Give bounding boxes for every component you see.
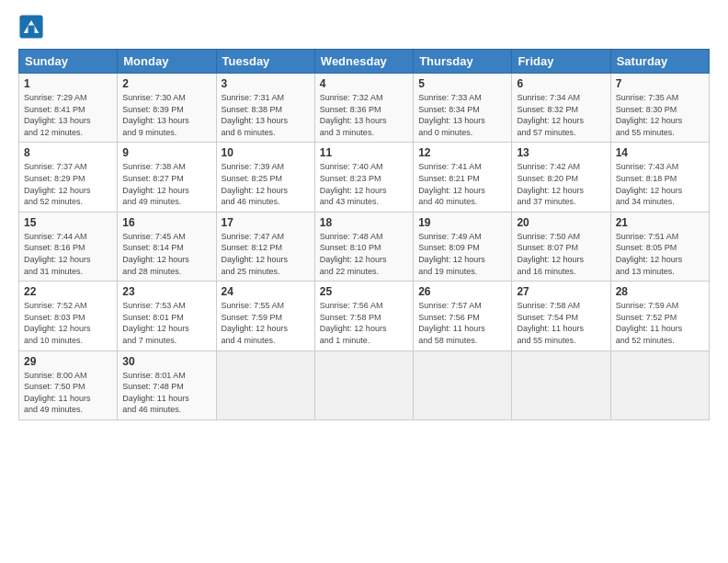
- day-number: 17: [222, 216, 310, 229]
- day-info: Sunrise: 7:44 AM Sunset: 8:16 PM Dayligh…: [24, 231, 112, 277]
- calendar-week-5: 29Sunrise: 8:00 AM Sunset: 7:50 PM Dayli…: [19, 350, 710, 419]
- calendar-cell: 26Sunrise: 7:57 AM Sunset: 7:56 PM Dayli…: [414, 282, 512, 350]
- day-number: 16: [122, 216, 210, 229]
- header-cell-monday: Monday: [118, 50, 216, 74]
- logo: [18, 14, 46, 40]
- calendar-cell: 21Sunrise: 7:51 AM Sunset: 8:05 PM Dayli…: [610, 212, 709, 281]
- day-info: Sunrise: 7:50 AM Sunset: 8:07 PM Dayligh…: [517, 231, 605, 277]
- day-number: 3: [222, 77, 310, 90]
- calendar-cell: 15Sunrise: 7:44 AM Sunset: 8:16 PM Dayli…: [19, 212, 118, 281]
- day-number: 8: [24, 146, 112, 159]
- day-info: Sunrise: 7:59 AM Sunset: 7:52 PM Dayligh…: [616, 300, 704, 346]
- day-number: 19: [418, 216, 506, 229]
- calendar-cell: 23Sunrise: 7:53 AM Sunset: 8:01 PM Dayli…: [118, 282, 216, 350]
- day-info: Sunrise: 7:53 AM Sunset: 8:01 PM Dayligh…: [122, 300, 210, 346]
- calendar-cell: 30Sunrise: 8:01 AM Sunset: 7:48 PM Dayli…: [118, 350, 216, 419]
- day-number: 2: [122, 77, 210, 90]
- calendar-cell: 9Sunrise: 7:38 AM Sunset: 8:27 PM Daylig…: [118, 143, 216, 212]
- calendar-cell: 3Sunrise: 7:31 AM Sunset: 8:38 PM Daylig…: [216, 74, 314, 143]
- calendar-cell: 13Sunrise: 7:42 AM Sunset: 8:20 PM Dayli…: [512, 143, 610, 212]
- calendar-cell: 29Sunrise: 8:00 AM Sunset: 7:50 PM Dayli…: [19, 350, 118, 419]
- day-number: 23: [122, 285, 210, 298]
- day-info: Sunrise: 8:01 AM Sunset: 7:48 PM Dayligh…: [122, 370, 210, 416]
- calendar-week-1: 1Sunrise: 7:29 AM Sunset: 8:41 PM Daylig…: [19, 74, 710, 143]
- day-info: Sunrise: 8:00 AM Sunset: 7:50 PM Dayligh…: [24, 370, 112, 416]
- day-info: Sunrise: 7:32 AM Sunset: 8:36 PM Dayligh…: [320, 92, 408, 138]
- header-cell-saturday: Saturday: [610, 50, 709, 74]
- day-info: Sunrise: 7:48 AM Sunset: 8:10 PM Dayligh…: [320, 231, 408, 277]
- calendar-week-2: 8Sunrise: 7:37 AM Sunset: 8:29 PM Daylig…: [19, 143, 710, 212]
- calendar-cell: 16Sunrise: 7:45 AM Sunset: 8:14 PM Dayli…: [118, 212, 216, 281]
- calendar-week-3: 15Sunrise: 7:44 AM Sunset: 8:16 PM Dayli…: [19, 212, 710, 281]
- day-number: 20: [517, 216, 605, 229]
- calendar-cell: [414, 350, 512, 419]
- day-number: 14: [616, 146, 704, 159]
- day-info: Sunrise: 7:57 AM Sunset: 7:56 PM Dayligh…: [418, 300, 506, 346]
- calendar-cell: 4Sunrise: 7:32 AM Sunset: 8:36 PM Daylig…: [314, 74, 413, 143]
- day-info: Sunrise: 7:51 AM Sunset: 8:05 PM Dayligh…: [616, 231, 704, 277]
- logo-icon: [18, 14, 44, 40]
- day-info: Sunrise: 7:55 AM Sunset: 7:59 PM Dayligh…: [222, 300, 310, 346]
- calendar-cell: 6Sunrise: 7:34 AM Sunset: 8:32 PM Daylig…: [512, 74, 610, 143]
- day-info: Sunrise: 7:41 AM Sunset: 8:21 PM Dayligh…: [418, 161, 506, 207]
- calendar-header: SundayMondayTuesdayWednesdayThursdayFrid…: [19, 50, 710, 74]
- calendar-cell: [512, 350, 610, 419]
- calendar-cell: 22Sunrise: 7:52 AM Sunset: 8:03 PM Dayli…: [19, 282, 118, 350]
- header-cell-wednesday: Wednesday: [314, 50, 413, 74]
- calendar-cell: 10Sunrise: 7:39 AM Sunset: 8:25 PM Dayli…: [216, 143, 314, 212]
- calendar-cell: 7Sunrise: 7:35 AM Sunset: 8:30 PM Daylig…: [610, 74, 709, 143]
- calendar-table: SundayMondayTuesdayWednesdayThursdayFrid…: [18, 49, 710, 420]
- day-info: Sunrise: 7:31 AM Sunset: 8:38 PM Dayligh…: [222, 92, 310, 138]
- day-info: Sunrise: 7:35 AM Sunset: 8:30 PM Dayligh…: [616, 92, 704, 138]
- day-info: Sunrise: 7:58 AM Sunset: 7:54 PM Dayligh…: [517, 300, 605, 346]
- day-number: 29: [24, 355, 112, 368]
- day-info: Sunrise: 7:33 AM Sunset: 8:34 PM Dayligh…: [418, 92, 506, 138]
- day-number: 28: [616, 285, 704, 298]
- calendar-cell: 20Sunrise: 7:50 AM Sunset: 8:07 PM Dayli…: [512, 212, 610, 281]
- day-info: Sunrise: 7:47 AM Sunset: 8:12 PM Dayligh…: [222, 231, 310, 277]
- day-info: Sunrise: 7:29 AM Sunset: 8:41 PM Dayligh…: [24, 92, 112, 138]
- day-number: 22: [24, 285, 112, 298]
- day-number: 11: [320, 146, 408, 159]
- calendar-cell: 25Sunrise: 7:56 AM Sunset: 7:58 PM Dayli…: [314, 282, 413, 350]
- day-info: Sunrise: 7:43 AM Sunset: 8:18 PM Dayligh…: [616, 161, 704, 207]
- calendar-cell: [216, 350, 314, 419]
- calendar-cell: 14Sunrise: 7:43 AM Sunset: 8:18 PM Dayli…: [610, 143, 709, 212]
- day-number: 1: [24, 77, 112, 90]
- day-number: 27: [517, 285, 605, 298]
- header-cell-friday: Friday: [512, 50, 610, 74]
- header-cell-tuesday: Tuesday: [216, 50, 314, 74]
- day-info: Sunrise: 7:45 AM Sunset: 8:14 PM Dayligh…: [122, 231, 210, 277]
- day-number: 30: [122, 355, 210, 368]
- day-number: 18: [320, 216, 408, 229]
- calendar-cell: 18Sunrise: 7:48 AM Sunset: 8:10 PM Dayli…: [314, 212, 413, 281]
- calendar-cell: 24Sunrise: 7:55 AM Sunset: 7:59 PM Dayli…: [216, 282, 314, 350]
- day-number: 5: [418, 77, 506, 90]
- day-info: Sunrise: 7:40 AM Sunset: 8:23 PM Dayligh…: [320, 161, 408, 207]
- header: [18, 14, 710, 40]
- svg-rect-2: [28, 26, 35, 33]
- day-number: 21: [616, 216, 704, 229]
- day-number: 26: [418, 285, 506, 298]
- calendar-cell: 8Sunrise: 7:37 AM Sunset: 8:29 PM Daylig…: [19, 143, 118, 212]
- calendar-cell: 19Sunrise: 7:49 AM Sunset: 8:09 PM Dayli…: [414, 212, 512, 281]
- day-info: Sunrise: 7:56 AM Sunset: 7:58 PM Dayligh…: [320, 300, 408, 346]
- calendar-cell: 17Sunrise: 7:47 AM Sunset: 8:12 PM Dayli…: [216, 212, 314, 281]
- day-number: 7: [616, 77, 704, 90]
- day-info: Sunrise: 7:38 AM Sunset: 8:27 PM Dayligh…: [122, 161, 210, 207]
- day-info: Sunrise: 7:37 AM Sunset: 8:29 PM Dayligh…: [24, 161, 112, 207]
- day-info: Sunrise: 7:42 AM Sunset: 8:20 PM Dayligh…: [517, 161, 605, 207]
- day-number: 9: [122, 146, 210, 159]
- calendar-body: 1Sunrise: 7:29 AM Sunset: 8:41 PM Daylig…: [19, 74, 710, 420]
- day-number: 15: [24, 216, 112, 229]
- calendar-cell: [610, 350, 709, 419]
- day-number: 24: [222, 285, 310, 298]
- day-number: 13: [517, 146, 605, 159]
- calendar-cell: 27Sunrise: 7:58 AM Sunset: 7:54 PM Dayli…: [512, 282, 610, 350]
- calendar-cell: 1Sunrise: 7:29 AM Sunset: 8:41 PM Daylig…: [19, 74, 118, 143]
- page: SundayMondayTuesdayWednesdayThursdayFrid…: [0, 0, 728, 563]
- header-cell-sunday: Sunday: [19, 50, 118, 74]
- day-info: Sunrise: 7:34 AM Sunset: 8:32 PM Dayligh…: [517, 92, 605, 138]
- day-info: Sunrise: 7:52 AM Sunset: 8:03 PM Dayligh…: [24, 300, 112, 346]
- day-info: Sunrise: 7:39 AM Sunset: 8:25 PM Dayligh…: [222, 161, 310, 207]
